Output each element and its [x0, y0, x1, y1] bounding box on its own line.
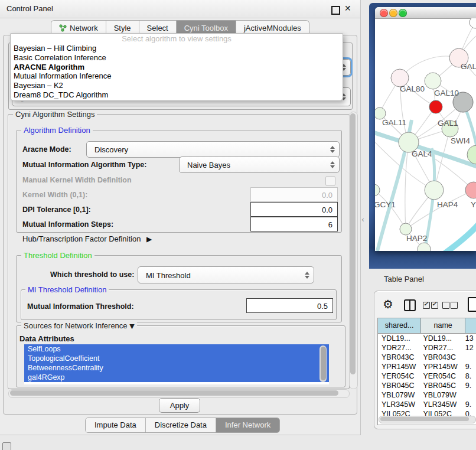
data-attributes-listbox: SelfLoops TopologicalCoefficient Between… [24, 344, 329, 384]
table-row[interactable]: YLR345W YLR345W 9. [378, 400, 476, 409]
aracne-mode-combobox[interactable]: Discovery [86, 141, 340, 158]
mi-algorithm-type-value: Naive Bayes [187, 161, 230, 169]
tab-infer-network[interactable]: Infer Network [216, 418, 279, 432]
table-row[interactable]: YPR145W YPR145W 9. [378, 362, 476, 371]
mi-threshold-value: 0.5 [317, 301, 328, 310]
attribute-item[interactable]: TopologicalCoefficient [24, 354, 329, 363]
table-panel-title: Table Panel [384, 275, 424, 283]
combo-stepper-icon [305, 272, 309, 279]
hub-definition-section[interactable]: Hub/Transcription Factor Definition ▶ [22, 234, 152, 243]
collapse-down-icon: ▼ [129, 322, 134, 330]
combo-stepper-icon [330, 161, 335, 168]
gear-icon[interactable]: ⚙ [383, 297, 393, 311]
node-red-selected[interactable] [429, 100, 442, 113]
table-row[interactable]: YBR045C YBR045C 9. [378, 381, 476, 390]
table-row[interactable]: YDL19... YDL19... 13 [378, 334, 476, 343]
attribute-item[interactable]: gal4RGexp [24, 373, 329, 382]
mi-algorithm-type-combobox[interactable]: Naive Bayes [179, 156, 340, 173]
node-label: GAL [461, 62, 476, 71]
aracne-mode-label: Aracne Mode: [22, 145, 71, 154]
cyni-bottom-tabs: Impute Data Discretize Data Infer Networ… [85, 418, 280, 433]
manual-kernel-width-label: Manual Kernel Width Definition [22, 176, 132, 184]
attribute-item[interactable]: SelfLoops [24, 344, 329, 354]
table-horizontal-scrollbar-thumb[interactable] [380, 417, 469, 421]
mi-threshold-definition-title: MI Threshold Definition [25, 285, 109, 294]
deselect-all-columns-icon[interactable] [442, 302, 458, 309]
mi-threshold-input[interactable]: 0.5 [246, 298, 333, 313]
select-all-columns-icon[interactable] [423, 302, 438, 309]
node-gal11[interactable] [375, 107, 386, 119]
table-row[interactable]: YER054C YER054C 8. [378, 371, 476, 381]
which-threshold-value: MI Threshold [146, 270, 191, 279]
cell-shared-name: YLR345W [378, 400, 419, 409]
node-swi4[interactable] [467, 145, 476, 164]
table-row[interactable]: YBR043C YBR043C [378, 353, 476, 362]
algorithm-option[interactable]: Mutual Information Inference [11, 71, 343, 81]
node-label: GAL4 [412, 149, 432, 158]
tab-impute-data[interactable]: Impute Data [86, 418, 146, 432]
which-threshold-label: Which threshold to use: [50, 270, 134, 279]
cell-name: YBR045C [419, 381, 462, 390]
node-gal10[interactable] [425, 73, 441, 89]
node-label: HAP2 [406, 234, 427, 243]
kernel-width-input[interactable]: 0.0 [250, 187, 338, 202]
close-traffic-light-icon[interactable] [380, 9, 388, 17]
close-icon[interactable]: ✕ [344, 4, 351, 13]
node-label: SWI4 [451, 136, 470, 145]
control-panel-titlebar: Control Panel ✕ [0, 0, 360, 18]
panel-collapse-icon[interactable]: ‹ [361, 216, 364, 224]
column-header-partial[interactable] [465, 318, 476, 333]
cell-value: 9. [463, 362, 476, 371]
algorithm-option-selected[interactable]: ARACNE Algorithm [11, 63, 343, 72]
column-header-shared-name[interactable]: shared... [378, 318, 421, 333]
algorithm-option[interactable]: Dream8 DC_TDC Algorithm [11, 90, 343, 100]
minimized-window-icon[interactable] [2, 442, 11, 450]
node-hap4[interactable] [425, 181, 444, 200]
node-label: GAL11 [382, 118, 406, 127]
cell-shared-name: YBR045C [378, 381, 419, 390]
manual-kernel-width-checkbox[interactable] [325, 176, 335, 186]
minimize-traffic-light-icon[interactable] [389, 9, 397, 17]
algorithm-option[interactable]: Bayesian – Hill Climbing [11, 44, 343, 53]
algorithm-option[interactable]: Bayesian – K2 [11, 81, 343, 90]
column-header-name[interactable]: name [421, 318, 465, 333]
cell-value: 12 [463, 343, 476, 353]
data-attributes-label: Data Attributes [19, 334, 74, 343]
attribute-item[interactable]: BetweennessCentrality [24, 363, 329, 373]
network-canvas[interactable]: GAL GAL80 GAL10 GAL1 GAL11 SWI4 GAL4 GCY… [375, 18, 476, 251]
settings-horizontal-scrollbar-thumb[interactable] [10, 390, 338, 396]
node-label: GAL1 [438, 119, 458, 128]
cell-shared-name: YPR145W [378, 362, 419, 371]
zoom-traffic-light-icon[interactable] [399, 9, 407, 17]
tab-discretize-data[interactable]: Discretize Data [146, 418, 216, 432]
attributes-scrollbar-thumb[interactable] [321, 347, 326, 380]
settings-vertical-scrollbar-thumb[interactable] [350, 113, 356, 374]
mi-steps-input[interactable]: 6 [250, 217, 338, 231]
apply-button[interactable]: Apply [159, 398, 200, 413]
table-row[interactable]: YBL079W YBL079W [378, 390, 476, 400]
aracne-mode-value: Discovery [94, 145, 128, 154]
algorithm-option[interactable]: Basic Correlation Inference [11, 53, 343, 63]
float-window-icon[interactable] [331, 6, 340, 15]
network-window-titlebar [375, 7, 476, 19]
mi-steps-label: Mutual Information Steps: [22, 220, 113, 229]
node[interactable] [470, 18, 476, 28]
node-label: Y [471, 200, 476, 209]
hub-definition-label: Hub/Transcription Factor Definition [22, 234, 141, 243]
new-table-icon[interactable] [468, 297, 476, 312]
control-panel: Control Panel ✕ Network Style Select Cyn… [0, 0, 361, 435]
sources-group-title[interactable]: Sources for Network Inference ▼ [21, 321, 137, 330]
which-threshold-combobox[interactable]: MI Threshold [138, 266, 314, 283]
cell-value: 9. [463, 400, 476, 409]
settings-group-title: Cyni Algorithm Settings [13, 110, 97, 119]
control-panel-title: Control Panel [6, 4, 53, 13]
columns-icon[interactable] [404, 299, 416, 311]
cell-shared-name: YBL079W [378, 390, 419, 400]
table-row[interactable]: YDR27... YDR27... 12 [378, 343, 476, 353]
kernel-width-label: Kernel Width (0,1): [22, 191, 87, 199]
expand-right-icon: ▶ [146, 235, 152, 243]
node-hap2[interactable] [400, 223, 412, 235]
dpi-tolerance-input[interactable]: 0.0 [250, 202, 338, 217]
cell-name: YDR27... [419, 343, 462, 353]
node[interactable] [418, 243, 431, 251]
